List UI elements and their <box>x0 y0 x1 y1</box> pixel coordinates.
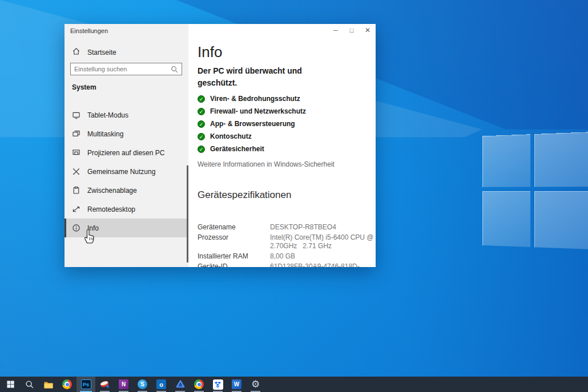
clipboard-icon <box>72 186 80 195</box>
settings-search-box <box>70 63 182 75</box>
dropbox-button[interactable] <box>208 377 227 392</box>
chrome-button[interactable] <box>58 377 76 392</box>
onenote-button[interactable]: N <box>114 377 133 392</box>
file-explorer-button[interactable] <box>39 377 58 392</box>
taskbar-search-button[interactable] <box>20 377 39 392</box>
multitasking-icon <box>72 130 80 138</box>
sidebar-item-zwischenablage[interactable]: Zwischenablage <box>65 181 188 200</box>
sidebar-item-startseite[interactable]: Startseite <box>65 45 188 60</box>
sidebar-section-system: System <box>72 83 96 91</box>
photoshop-icon: Ps <box>81 379 91 389</box>
photoshop-button[interactable]: Ps <box>76 377 95 392</box>
chrome-icon <box>194 379 204 389</box>
red-disc-app-icon <box>99 379 110 389</box>
sidebar-item-gemeinsame-nutzung[interactable]: Gemeinsame Nutzung <box>65 162 188 181</box>
check-icon: ✓ <box>198 133 205 140</box>
project-icon <box>72 148 80 157</box>
chrome-2-button[interactable] <box>190 377 208 392</box>
file-explorer-icon <box>43 380 54 389</box>
shared-experiences-icon <box>72 167 80 176</box>
security-item: ✓ Kontoschutz <box>198 130 376 143</box>
device-specs-heading: Gerätespezifikationen <box>198 189 376 201</box>
check-icon: ✓ <box>198 146 205 153</box>
spec-row: Installierter RAM 8,00 GB <box>198 252 376 261</box>
sidebar-item-label: Projizieren auf diesen PC <box>87 149 164 157</box>
hand-cursor <box>82 228 96 247</box>
skype-icon: S <box>138 379 147 389</box>
blue-triangle-app-icon <box>175 379 186 389</box>
close-button[interactable]: ✕ <box>360 24 376 36</box>
dropbox-icon <box>213 379 223 390</box>
red-disc-app-button[interactable] <box>95 377 114 392</box>
home-icon <box>72 47 80 58</box>
windows-start-icon <box>6 380 15 389</box>
sidebar-nav: Tablet-Modus Multitasking Projizieren au… <box>65 106 188 237</box>
security-item: ✓ Gerätesicherheit <box>198 143 376 155</box>
word-icon: W <box>232 379 241 389</box>
windows-logo-pane <box>534 191 588 250</box>
check-icon: ✓ <box>198 95 205 103</box>
spec-row: Gerätename DESKTOP-R8TBEO4 <box>198 223 376 232</box>
spec-row: Prozessor Intel(R) Core(TM) i5-6400 CPU … <box>198 233 376 250</box>
security-item: ✓ Firewall- und Netzwerkschutz <box>198 105 376 118</box>
blue-triangle-app-button[interactable] <box>171 377 190 392</box>
window-controls: ─ □ ✕ <box>328 24 376 36</box>
security-item: ✓ App- & Browsersteuerung <box>198 118 376 130</box>
windows-logo-pane <box>482 134 530 187</box>
sidebar-item-projizieren[interactable]: Projizieren auf diesen PC <box>65 143 188 162</box>
start-button[interactable] <box>1 377 20 392</box>
page-title: Info <box>198 43 376 60</box>
maximize-button[interactable]: □ <box>344 24 360 36</box>
spec-row: Geräte-ID 61D128FB-30A9-4746-818D- <box>198 262 376 267</box>
sidebar-item-label: Tablet-Modus <box>87 111 128 119</box>
sidebar-item-label: Zwischenablage <box>87 187 137 195</box>
chrome-icon <box>62 379 72 389</box>
info-page: Info Der PC wird überwacht und geschützt… <box>188 24 376 267</box>
outlook-icon: o <box>156 379 166 389</box>
search-icon <box>171 66 178 73</box>
tablet-icon <box>72 111 80 119</box>
sidebar-item-label: Gemeinsame Nutzung <box>87 168 155 176</box>
windows-logo <box>482 131 588 253</box>
search-icon <box>25 380 34 389</box>
onenote-icon: N <box>119 379 128 389</box>
outlook-button[interactable]: o <box>152 377 171 392</box>
windows-logo-pane <box>482 191 530 247</box>
device-specs-table: Gerätename DESKTOP-R8TBEO4 Prozessor Int… <box>198 223 376 267</box>
info-icon <box>72 224 80 232</box>
windows-security-link[interactable]: Weitere Informationen in Windows-Sicherh… <box>198 160 376 168</box>
sidebar-item-label: Multitasking <box>87 130 123 138</box>
security-item: ✓ Viren- & Bedrohungsschutz <box>198 92 376 105</box>
check-icon: ✓ <box>198 120 205 128</box>
sidebar-item-label: Startseite <box>87 49 116 56</box>
sidebar-item-tablet-modus[interactable]: Tablet-Modus <box>65 106 188 124</box>
settings-button[interactable]: ⚙ <box>246 377 265 392</box>
settings-window: ─ □ ✕ Einstellungen Startseite System <box>65 24 376 267</box>
window-title: Einstellungen <box>70 27 108 34</box>
taskbar: Ps N S o <box>0 377 588 392</box>
search-input[interactable] <box>74 66 171 72</box>
sidebar-item-multitasking[interactable]: Multitasking <box>65 124 188 143</box>
security-status-list: ✓ Viren- & Bedrohungsschutz ✓ Firewall- … <box>198 92 376 155</box>
skype-button[interactable]: S <box>133 377 152 392</box>
gear-icon: ⚙ <box>251 379 260 389</box>
minimize-button[interactable]: ─ <box>328 24 344 36</box>
check-icon: ✓ <box>198 108 205 115</box>
security-status-heading: Der PC wird überwacht und geschützt. <box>198 65 316 89</box>
sidebar-item-label: Remotedesktop <box>87 205 135 213</box>
word-button[interactable]: W <box>227 377 246 392</box>
windows-logo-pane <box>534 131 588 187</box>
remote-desktop-icon <box>72 205 80 213</box>
sidebar-item-remotedesktop[interactable]: Remotedesktop <box>65 200 188 219</box>
